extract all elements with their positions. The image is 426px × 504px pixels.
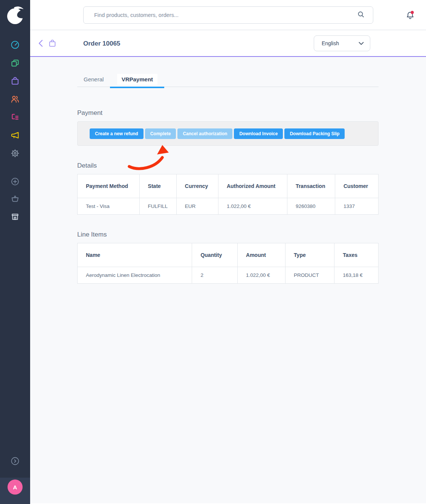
column-header: Currency [176, 174, 218, 198]
create-refund-button[interactable]: Create a new refund [90, 128, 144, 139]
column-header: Type [286, 243, 334, 267]
column-header: Taxes [334, 243, 379, 267]
shopware-logo-icon[interactable] [7, 6, 23, 26]
line-items-header-row: Name Quantity Amount Type Taxes [78, 243, 379, 267]
avatar[interactable]: A [8, 480, 23, 495]
download-packing-slip-button[interactable]: Download Packing Slip [284, 128, 345, 139]
table-row: Aerodynamic Linen Electrocation 2 1.022,… [78, 267, 379, 284]
cell-name: Aerodynamic Linen Electrocation [78, 267, 192, 284]
tab-vrpayment[interactable]: VRPayment [110, 72, 164, 87]
details-section-title: Details [77, 162, 379, 170]
column-header: Quantity [192, 243, 238, 267]
content-area: General VRPayment Payment Create a new r… [30, 57, 426, 503]
cell-quantity: 2 [192, 267, 238, 284]
cell-customer: 1337 [335, 198, 378, 215]
smartbar: Order 10065 English [30, 30, 426, 57]
cell-taxes: 163,18 € [334, 267, 379, 284]
cell-payment-method: Test - Visa [78, 198, 140, 215]
marketing-icon[interactable] [11, 131, 20, 140]
catalogues-icon[interactable] [11, 58, 20, 67]
customers-icon[interactable] [11, 95, 20, 104]
content-icon[interactable] [11, 113, 20, 122]
payment-section-title: Payment [77, 109, 379, 117]
cell-transaction: 9260380 [287, 198, 335, 215]
column-header: State [139, 174, 176, 198]
cell-amount: 1.022,00 € [238, 267, 286, 284]
extensions-icon[interactable] [11, 194, 20, 203]
cell-currency: EUR [176, 198, 218, 215]
language-value: English [322, 40, 339, 46]
cancel-authorization-button[interactable]: Cancel authorization [177, 128, 232, 139]
column-header: Authorized Amount [218, 174, 287, 198]
sidebar [0, 0, 30, 504]
cell-authorized-amount: 1.022,00 € [218, 198, 287, 215]
column-header: Transaction [287, 174, 335, 198]
topbar [30, 0, 426, 30]
page-title: Order 10065 [83, 40, 120, 47]
cell-type: PRODUCT [286, 267, 334, 284]
line-items-section-title: Line Items [77, 231, 379, 238]
notification-bell-icon[interactable] [405, 11, 415, 22]
download-invoice-button[interactable]: Download Invoice [234, 128, 283, 139]
order-module-icon [48, 39, 56, 49]
column-header: Payment Method [78, 174, 140, 198]
complete-button[interactable]: Complete [145, 128, 176, 139]
column-header: Name [78, 243, 192, 267]
orders-icon[interactable] [11, 76, 20, 86]
main-area: Order 10065 English General VRPayment Pa… [30, 0, 426, 504]
search-box[interactable] [83, 6, 373, 24]
table-row: Test - Visa FULFILL EUR 1.022,00 € 92603… [78, 198, 379, 215]
chevron-down-icon [359, 42, 364, 45]
notification-dot [411, 11, 414, 14]
cell-state: FULFILL [139, 198, 176, 215]
search-input[interactable] [84, 12, 357, 18]
column-header: Customer [335, 174, 378, 198]
storefront-icon[interactable] [11, 212, 20, 221]
language-select[interactable]: English [314, 35, 370, 51]
tab-bar: General VRPayment [77, 57, 379, 87]
details-table: Payment Method State Currency Authorized… [77, 174, 379, 215]
back-button[interactable] [38, 40, 43, 49]
add-icon[interactable] [11, 177, 20, 186]
tab-general[interactable]: General [77, 72, 110, 87]
dashboard-icon[interactable] [11, 40, 20, 49]
details-header-row: Payment Method State Currency Authorized… [78, 174, 379, 198]
payment-actions-panel: Create a new refund Complete Cancel auth… [77, 121, 379, 146]
search-icon[interactable] [357, 11, 365, 20]
line-items-table: Name Quantity Amount Type Taxes Aerodyna… [77, 243, 379, 284]
column-header: Amount [238, 243, 286, 267]
expand-icon[interactable] [11, 457, 20, 466]
settings-icon[interactable] [11, 149, 20, 158]
